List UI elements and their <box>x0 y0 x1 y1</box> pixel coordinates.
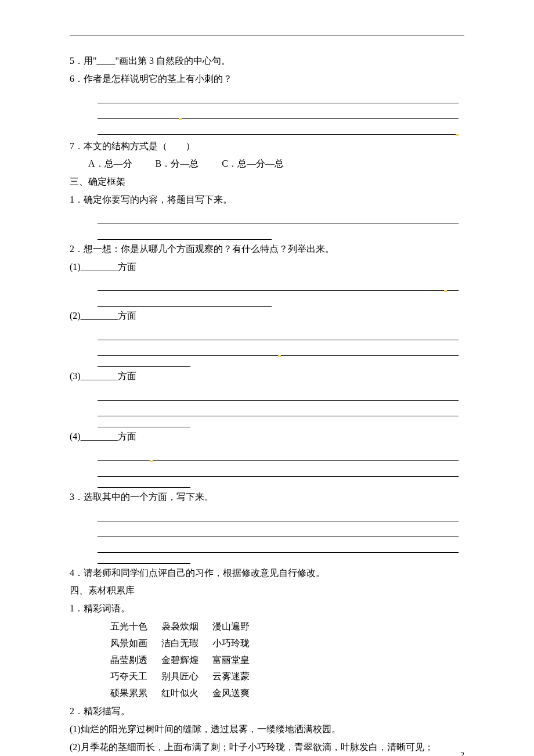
blank-aspect: ________方面 <box>81 371 136 381</box>
answer-line-short <box>98 228 272 240</box>
top-horizontal-rule <box>70 35 464 35</box>
answer-line <box>98 328 459 340</box>
sec4-desc-2: (2)月季花的茎细而长，上面布满了刺；叶子小巧玲珑，青翠欲滴，叶脉发白，清晰可见… <box>70 739 464 756</box>
sec3-item-1: 1．确定你要写的内容，将题目写下来。 <box>70 192 464 208</box>
vocab-word: 洁白无瑕 <box>161 638 199 648</box>
vocab-word: 金碧辉煌 <box>161 655 199 665</box>
sec3-sub1: (1)________方面 <box>70 259 464 276</box>
option-a: A．总—分 <box>88 159 132 168</box>
highlight-dot-icon <box>150 460 153 462</box>
answer-line <box>98 344 459 356</box>
answer-line <box>98 509 459 521</box>
sec3-item-2: 2．想一想：你是从哪几个方面观察的？有什么特点？列举出来。 <box>70 241 464 258</box>
answer-line <box>98 107 459 119</box>
vocab-word: 富丽堂皇 <box>212 655 250 665</box>
answer-line <box>98 279 459 291</box>
vocab-word: 风景如画 <box>110 638 147 648</box>
vocab-word: 巧夺天工 <box>110 671 147 681</box>
sec4-item-2: 2．精彩描写。 <box>70 703 464 720</box>
question-6: 6．作者是怎样说明它的茎上有小刺的？ <box>70 71 464 88</box>
section-4-title: 四、素材积累库 <box>70 582 464 599</box>
vocab-word: 红叶似火 <box>161 688 199 698</box>
answer-line-short <box>98 553 190 564</box>
vocab-word: 金风送爽 <box>212 688 250 698</box>
answer-line-short <box>98 477 190 488</box>
blank-aspect: ________方面 <box>81 431 136 441</box>
vocab-word: 漫山遍野 <box>212 621 250 631</box>
vocab-row-3: 晶莹剔透 金碧辉煌 富丽堂皇 <box>70 652 464 669</box>
answer-line-short <box>98 294 272 307</box>
label-4: (4) <box>70 431 81 441</box>
answer-line <box>98 212 459 224</box>
vocab-row-5: 硕果累累 红叶似火 金风送爽 <box>70 685 464 702</box>
label-3: (3) <box>70 371 81 381</box>
vocab-row-2: 风景如画 洁白无瑕 小巧玲珑 <box>70 635 464 652</box>
highlight-dot-icon <box>444 290 447 292</box>
highlight-dot-icon <box>278 355 281 357</box>
highlight-dot-icon <box>456 134 459 136</box>
vocab-word: 硕果累累 <box>110 688 147 698</box>
page-number: 2 <box>460 748 464 756</box>
question-7-stem: 7．本文的结构方式是（ ） <box>70 138 464 155</box>
answer-line <box>98 465 459 477</box>
option-c: C．总—分—总 <box>222 159 284 168</box>
sec3-sub2: (2)________方面 <box>70 308 464 325</box>
answer-line <box>98 388 459 401</box>
answer-line <box>98 449 459 461</box>
vocab-word: 小巧玲珑 <box>212 638 250 648</box>
section-3-title: 三、确定框架 <box>70 174 464 190</box>
sec3-item-3: 3．选取其中的一个方面，写下来。 <box>70 489 464 506</box>
option-b: B．分—总 <box>156 159 199 168</box>
highlight-dot-icon <box>179 118 182 120</box>
label-2: (2) <box>70 311 81 321</box>
vocab-row-1: 五光十色 袅袅炊烟 漫山遍野 <box>70 618 464 635</box>
vocab-word: 云雾迷蒙 <box>212 671 250 681</box>
sec3-sub3: (3)________方面 <box>70 368 464 385</box>
vocab-word: 五光十色 <box>110 621 147 631</box>
vocab-word: 袅袅炊烟 <box>161 621 199 631</box>
sec4-desc-1: (1)灿烂的阳光穿过树叶间的缝隙，透过晨雾，一缕缕地洒满校园。 <box>70 721 464 738</box>
answer-line-short <box>98 356 190 367</box>
answer-line-short <box>98 416 190 427</box>
vocab-word: 晶莹剔透 <box>110 655 147 665</box>
answer-line <box>98 525 459 537</box>
label-1: (1) <box>70 262 81 272</box>
sec3-item-4: 4．请老师和同学们点评自己的习作，根据修改意见自行修改。 <box>70 565 464 582</box>
answer-line <box>98 123 459 135</box>
question-5: 5．用"____"画出第 3 自然段的中心句。 <box>70 53 464 70</box>
answer-line <box>98 541 459 553</box>
sec4-item-1: 1．精彩词语。 <box>70 600 464 617</box>
vocab-row-4: 巧夺天工 别具匠心 云雾迷蒙 <box>70 668 464 685</box>
sec3-sub4: (4)________方面 <box>70 429 464 445</box>
blank-aspect: ________方面 <box>81 262 136 272</box>
answer-line <box>98 404 459 416</box>
vocab-word: 别具匠心 <box>161 671 199 681</box>
answer-line <box>98 91 459 103</box>
question-7-options: A．总—分 B．分—总 C．总—分—总 <box>70 156 464 172</box>
blank-aspect: ________方面 <box>81 311 136 321</box>
